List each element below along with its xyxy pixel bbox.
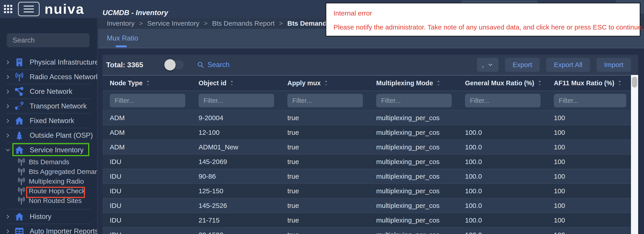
cell-general-mux-ratio: 100.0	[458, 216, 547, 224]
filter-input-multiplexing-mode[interactable]	[376, 94, 452, 107]
export-all-button[interactable]: Export All	[546, 58, 590, 72]
cell-af11-mux-ratio: 100	[547, 202, 631, 209]
sidebar-item-fixed-network[interactable]: Fixed Network	[0, 114, 98, 128]
breadcrumb-item[interactable]: Inventory	[107, 20, 134, 27]
antenna-icon	[17, 196, 26, 205]
table-row[interactable]: IDU 125-150 true multiplexing_per_cos 10…	[102, 183, 631, 198]
sidebar-item-bts-demands[interactable]: Bts Demands	[0, 157, 98, 167]
data-table: Node Type Object id Apply mux Multiplexi…	[102, 75, 631, 234]
cell-multiplexing-mode: multiplexing_per_cos	[369, 129, 458, 136]
cell-object-id: 145-2526	[191, 202, 280, 209]
sidebar-item-bts-aggregated-demands[interactable]: Bts Aggregated Demands	[0, 167, 98, 176]
column-header-node-type[interactable]: Node Type	[102, 79, 191, 87]
cell-general-mux-ratio: 100.0	[458, 129, 547, 136]
cell-af11-mux-ratio: 100	[547, 158, 631, 166]
chevron-right-icon	[5, 103, 11, 109]
table-row[interactable]: IDU 90-86 true multiplexing_per_cos 100.…	[102, 169, 631, 183]
sidebar-item-service-inventory[interactable]: Service Inventory	[0, 143, 98, 157]
breadcrumb-separator: >	[279, 20, 283, 27]
cell-apply-mux: true	[280, 129, 369, 136]
sidebar-item-non-routed-sites[interactable]: Non Routed Sites	[0, 196, 98, 205]
search-button[interactable]: Search	[197, 61, 230, 69]
antenna-icon	[17, 187, 26, 195]
sort-icon[interactable]	[324, 80, 328, 86]
cell-object-id: ADM01_New	[191, 143, 280, 151]
sort-icon[interactable]	[146, 80, 150, 86]
table-row[interactable]: ADM 9-20004 true multiplexing_per_cos 10…	[102, 110, 631, 125]
import-button[interactable]: Import	[596, 58, 631, 72]
page-title: UCMDB - Inventory	[102, 9, 168, 17]
cell-general-mux-ratio: 100.0	[458, 187, 547, 195]
cell-object-id: 9-20004	[191, 114, 280, 122]
cell-multiplexing-mode: multiplexing_per_cos	[369, 202, 458, 209]
toggle-switch[interactable]	[165, 60, 184, 69]
sidebar-item-auto-importer-reports[interactable]: Auto Importer Reports	[0, 224, 98, 234]
table-row[interactable]: IDU 21-715 true multiplexing_per_cos 100…	[102, 213, 631, 227]
sidebar-item-radio-access-network[interactable]: Radio Access Network	[0, 70, 98, 84]
cell-object-id: 145-2069	[191, 158, 280, 166]
filter-input-af11-mux-ratio[interactable]	[554, 94, 626, 107]
table-row[interactable]: ADM ADM01_New true multiplexing_per_cos …	[102, 139, 631, 154]
sidebar-item-label: Fixed Network	[30, 117, 74, 125]
export-button[interactable]: Export	[505, 58, 540, 72]
breadcrumb-item[interactable]: Bts Demands Report	[212, 20, 274, 27]
cell-general-mux-ratio: 100.0	[458, 173, 547, 180]
error-banner[interactable]: Internal error Please notify the adminis…	[326, 3, 640, 37]
sidebar-item-core-network[interactable]: Core Network	[0, 84, 98, 99]
app-window: nuiva UCMDB - Inventory Physical Infrast…	[0, 0, 644, 234]
separator-value: ,	[482, 61, 484, 68]
sort-icon[interactable]	[436, 80, 441, 86]
antenna-icon	[17, 177, 26, 186]
sort-icon[interactable]	[618, 80, 622, 86]
sidebar-item-label: Auto Importer Reports	[30, 227, 98, 234]
cell-apply-mux: true	[280, 216, 369, 224]
filter-input-node-type[interactable]	[110, 94, 185, 107]
sidebar-item-physical-infrastructure[interactable]: Physical Infrastructure	[0, 55, 98, 69]
sidebar-item-history[interactable]: History	[0, 209, 98, 224]
filter-input-apply-mux[interactable]	[287, 94, 363, 107]
brand-logo: nuiva	[44, 1, 84, 17]
error-title: Internal error	[334, 9, 640, 17]
scrollbar-thumb[interactable]	[632, 77, 637, 88]
column-header-object-id[interactable]: Object id	[191, 79, 280, 87]
sidebar-nav: Physical Infrastructure Radio Access Net…	[0, 55, 98, 234]
csv-separator-dropdown[interactable]: ,	[477, 58, 498, 72]
column-header-general-mux-ratio[interactable]: General Mux Ratio (%)	[458, 79, 547, 87]
table-row[interactable]: IDU 145-2526 true multiplexing_per_cos 1…	[102, 198, 631, 213]
sidebar-item-outside-plant[interactable]: Outside Plant (OSP)	[0, 128, 98, 142]
sidebar-item-transport-network[interactable]: Transport Network	[0, 99, 98, 113]
sidebar-item-route-hops-check[interactable]: Route Hops Check	[0, 186, 98, 196]
cell-af11-mux-ratio: 100	[547, 231, 631, 234]
home-icon	[14, 212, 24, 222]
column-header-multiplexing-mode[interactable]: Multiplexing Mode	[369, 79, 458, 87]
filter-input-object-id[interactable]	[198, 94, 274, 107]
table-row[interactable]: IDU 145-2069 true multiplexing_per_cos 1…	[102, 154, 631, 169]
sidebar-item-label: Route Hops Check	[29, 187, 86, 195]
table-row[interactable]: IDU 30-1593 true multiplexing_per_cos 10…	[102, 227, 631, 234]
search-label: Search	[208, 61, 230, 69]
cell-af11-mux-ratio: 100	[547, 173, 631, 180]
column-header-af11-mux-ratio[interactable]: AF11 Mux Ratio (%)	[547, 79, 631, 87]
sidebar-item-multiplexing-radio[interactable]: Multiplexing Radio	[0, 176, 98, 186]
breadcrumb-separator: >	[204, 20, 208, 27]
sidebar-item-label: Outside Plant (OSP)	[30, 131, 93, 139]
apps-grid-icon[interactable]	[3, 4, 13, 14]
breadcrumb-item[interactable]: Service Inventory	[147, 20, 200, 27]
vertical-scrollbar[interactable]	[631, 75, 638, 234]
column-header-apply-mux[interactable]: Apply mux	[280, 79, 369, 87]
filter-input-general-mux-ratio[interactable]	[465, 94, 540, 107]
sort-icon[interactable]	[538, 80, 542, 86]
cell-node-type: IDU	[102, 216, 191, 224]
cell-af11-mux-ratio: 100	[547, 187, 631, 195]
cell-af11-mux-ratio: 100	[547, 143, 631, 151]
sidebar-search-input[interactable]	[7, 33, 90, 47]
hamburger-menu-button[interactable]	[18, 2, 40, 16]
cell-multiplexing-mode: multiplexing_per_cos	[369, 231, 458, 234]
chevron-right-icon	[5, 59, 11, 65]
tab-mux-ratio[interactable]: Mux Ratio	[107, 29, 138, 48]
sort-icon[interactable]	[230, 80, 234, 86]
table-row[interactable]: ADM 12-100 true multiplexing_per_cos 100…	[102, 125, 631, 139]
cell-node-type: IDU	[102, 202, 191, 209]
cell-multiplexing-mode: multiplexing_per_cos	[369, 173, 458, 180]
sidebar-item-label: Service Inventory	[30, 146, 84, 154]
